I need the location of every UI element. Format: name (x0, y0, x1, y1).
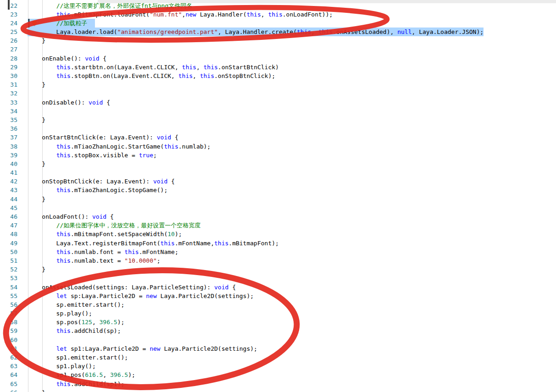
line-number[interactable]: 65 (0, 380, 17, 388)
glyph-margin[interactable] (17, 45, 28, 54)
line-number[interactable]: 45 (0, 204, 17, 212)
glyph-margin[interactable] (17, 212, 28, 221)
glyph-margin[interactable] (17, 72, 28, 80)
line-number[interactable]: 35 (0, 116, 17, 124)
glyph-margin[interactable] (17, 1, 28, 10)
code-text[interactable]: this.mTiaoZhanLogic.StartGame(this.numla… (28, 142, 211, 151)
code-text[interactable]: this.numlab.text = "10.0000"; (28, 256, 161, 265)
code-line[interactable]: 41 (0, 168, 556, 177)
line-number[interactable]: 40 (0, 160, 17, 168)
glyph-margin[interactable] (17, 230, 28, 238)
code-line[interactable]: 31 } (0, 80, 556, 89)
glyph-margin[interactable] (17, 239, 28, 248)
glyph-margin[interactable] (17, 388, 28, 392)
line-number[interactable]: 26 (0, 36, 17, 45)
line-number[interactable]: 56 (0, 300, 17, 309)
code-line[interactable]: 28 onEnable(): void { (0, 54, 556, 63)
code-text[interactable]: } (28, 36, 45, 45)
code-text[interactable]: this.addChild(sp); (28, 326, 121, 335)
glyph-margin[interactable] (17, 160, 28, 168)
glyph-margin[interactable] (17, 36, 28, 45)
glyph-margin[interactable] (17, 221, 28, 230)
code-text[interactable]: } (28, 80, 45, 89)
glyph-margin[interactable] (17, 362, 28, 370)
line-number[interactable]: 66 (0, 388, 17, 392)
glyph-margin[interactable] (17, 142, 28, 151)
code-text[interactable]: onStopBtnClick(e: Laya.Event): void { (28, 177, 175, 186)
glyph-margin[interactable] (17, 292, 28, 300)
code-line[interactable]: 30 this.stopBtn.on(Laya.Event.CLICK, thi… (0, 72, 556, 80)
lightbulb-icon[interactable] (31, 20, 38, 27)
code-text[interactable]: onDisable(): void { (28, 98, 110, 107)
glyph-margin[interactable] (17, 151, 28, 160)
code-text[interactable]: this.stopBox.visible = true; (28, 151, 157, 160)
line-number[interactable]: 64 (0, 370, 17, 379)
code-line[interactable]: 60 (0, 336, 556, 344)
glyph-margin[interactable] (17, 370, 28, 379)
line-number[interactable]: 55 (0, 292, 17, 300)
code-text[interactable]: } (28, 160, 45, 168)
code-line[interactable]: 44 } (0, 195, 556, 204)
glyph-margin[interactable] (17, 107, 28, 116)
code-text[interactable]: onAssetsLoaded(settings: Laya.ParticleSe… (28, 283, 236, 292)
glyph-margin[interactable] (17, 336, 28, 344)
code-line[interactable]: 45 (0, 204, 556, 212)
code-line[interactable]: 24 //加载粒子 (0, 19, 556, 28)
code-line[interactable]: 52 } (0, 265, 556, 274)
code-text[interactable]: this.mBitmapFont.setSpaceWidth(10); (28, 230, 182, 238)
glyph-margin[interactable] (17, 98, 28, 107)
code-text[interactable]: sp.emitter.start(); (28, 300, 124, 309)
code-line[interactable]: 33 onDisable(): void { (0, 98, 556, 107)
line-number[interactable]: 51 (0, 256, 17, 265)
line-number[interactable]: 42 (0, 177, 17, 186)
line-number[interactable]: 53 (0, 274, 17, 282)
code-line[interactable]: 63 sp1.play(); (0, 362, 556, 370)
line-number[interactable]: 31 (0, 80, 17, 89)
line-number[interactable]: 50 (0, 248, 17, 256)
line-number[interactable]: 38 (0, 142, 17, 151)
code-line[interactable]: 38 this.mTiaoZhanLogic.StartGame(this.nu… (0, 142, 556, 151)
code-text[interactable]: } (28, 388, 45, 392)
code-line[interactable]: 51 this.numlab.text = "10.0000"; (0, 256, 556, 265)
code-text[interactable]: let sp1:Laya.Particle2D = new Laya.Parti… (28, 344, 257, 353)
code-text[interactable]: //如果位图字体中，没放空格，最好设置一个空格宽度 (28, 221, 200, 230)
code-line[interactable]: 27 (0, 45, 556, 54)
line-number[interactable]: 33 (0, 98, 17, 107)
line-number[interactable]: 29 (0, 63, 17, 72)
code-line[interactable]: 26 } (0, 36, 556, 45)
glyph-margin[interactable] (17, 133, 28, 142)
glyph-margin[interactable] (17, 19, 28, 28)
code-line[interactable]: 57 sp.play(); (0, 309, 556, 318)
glyph-margin[interactable] (17, 63, 28, 72)
glyph-margin[interactable] (17, 300, 28, 309)
code-line[interactable]: 59 this.addChild(sp); (0, 326, 556, 335)
code-line[interactable]: 39 this.stopBox.visible = true; (0, 151, 556, 160)
line-number[interactable]: 60 (0, 336, 17, 344)
code-line[interactable]: 43 this.mTiaoZhanLogic.StopGame(); (0, 186, 556, 194)
code-line[interactable]: 64 sp1.pos(616.5, 396.5); (0, 370, 556, 379)
code-line[interactable]: 42 onStopBtnClick(e: Laya.Event): void { (0, 177, 556, 186)
code-text[interactable]: this.stopBtn.on(Laya.Event.CLICK, this, … (28, 72, 275, 80)
glyph-margin[interactable] (17, 344, 28, 353)
code-line[interactable]: 37 onStartBtnClick(e: Laya.Event): void … (0, 133, 556, 142)
glyph-margin[interactable] (17, 326, 28, 335)
line-number[interactable]: 59 (0, 326, 17, 335)
glyph-margin[interactable] (17, 54, 28, 63)
glyph-margin[interactable] (17, 309, 28, 318)
glyph-margin[interactable] (17, 10, 28, 19)
code-text[interactable]: sp1.play(); (28, 362, 96, 370)
glyph-margin[interactable] (17, 80, 28, 89)
glyph-margin[interactable] (17, 256, 28, 265)
glyph-margin[interactable] (17, 89, 28, 98)
code-line[interactable]: 29 this.startbtn.on(Laya.Event.CLICK, th… (0, 63, 556, 72)
code-line[interactable]: 58 sp.pos(125, 396.5); (0, 318, 556, 326)
line-number[interactable]: 39 (0, 151, 17, 160)
code-text[interactable]: sp.play(); (28, 309, 92, 318)
line-number[interactable]: 46 (0, 212, 17, 221)
line-number[interactable]: 44 (0, 195, 17, 204)
glyph-margin[interactable] (17, 186, 28, 194)
code-line[interactable]: 61 let sp1:Laya.Particle2D = new Laya.Pa… (0, 344, 556, 353)
code-line[interactable]: 49 Laya.Text.registerBitmapFont(this.mFo… (0, 239, 556, 248)
line-number[interactable]: 61 (0, 344, 17, 353)
code-text[interactable]: this.mTiaoZhanLogic.StopGame(); (28, 186, 167, 194)
